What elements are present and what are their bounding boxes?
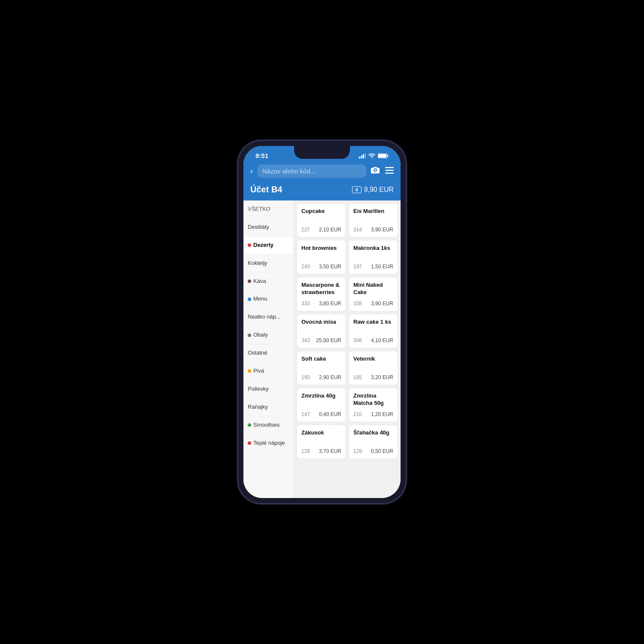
search-input[interactable]: Názov alebo kód... bbox=[257, 164, 366, 178]
svg-rect-8 bbox=[385, 170, 394, 171]
sidebar-item-11[interactable]: Raňajky bbox=[243, 398, 294, 416]
sidebar-item-5[interactable]: Menu bbox=[243, 290, 294, 308]
sidebar-item-label: Ostatné bbox=[248, 349, 267, 357]
svg-rect-1 bbox=[361, 155, 362, 158]
product-card-4[interactable]: Mascarpone & strawberries3333,80 EUR bbox=[297, 277, 346, 311]
product-price: 3,20 EUR bbox=[371, 374, 393, 380]
category-sidebar: VŠETKODestilátyDezertyKokteljyKávaMenuNe… bbox=[243, 200, 294, 498]
sidebar-item-label: Dezerty bbox=[253, 242, 273, 249]
price-display: 4 9,90 EUR bbox=[352, 186, 394, 194]
product-price: 0,40 EUR bbox=[319, 411, 341, 417]
svg-rect-2 bbox=[363, 154, 364, 158]
svg-rect-9 bbox=[385, 173, 394, 174]
product-price: 25,00 EUR bbox=[316, 337, 341, 343]
product-name: Ovocná misa bbox=[301, 319, 341, 326]
sidebar-item-0[interactable]: VŠETKO bbox=[243, 200, 294, 219]
camera-svg bbox=[371, 166, 380, 174]
product-code: 314 bbox=[353, 227, 362, 233]
category-dot bbox=[248, 279, 251, 283]
product-name: Zákusok bbox=[301, 429, 341, 437]
svg-rect-5 bbox=[378, 154, 386, 158]
svg-rect-7 bbox=[385, 167, 394, 168]
product-name: Mini Naked Cake bbox=[353, 282, 393, 296]
sidebar-item-4[interactable]: Káva bbox=[243, 273, 294, 291]
account-title: Účet B4 bbox=[250, 185, 282, 194]
product-name: Mascarpone & strawberries bbox=[301, 282, 341, 296]
product-name: Hot brownies bbox=[301, 245, 341, 252]
sidebar-item-label: Menu bbox=[253, 295, 267, 303]
product-name: Soft cake bbox=[301, 355, 341, 363]
sidebar-item-9[interactable]: Pivá bbox=[243, 362, 294, 380]
total-price: 9,90 EUR bbox=[364, 186, 394, 194]
product-card-7[interactable]: Raw cake 1 ks3064,10 EUR bbox=[349, 314, 398, 348]
product-price: 1,50 EUR bbox=[371, 264, 393, 270]
product-price: 3,70 EUR bbox=[319, 448, 341, 454]
product-code: 147 bbox=[301, 411, 310, 417]
product-name: Šľahačka 40g bbox=[353, 429, 393, 437]
category-dot bbox=[248, 369, 251, 373]
phone-screen: 9:51 bbox=[243, 146, 401, 498]
product-name: Raw cake 1 ks bbox=[353, 319, 393, 326]
product-code: 128 bbox=[301, 448, 310, 454]
sidebar-item-label: Teplé nápoje bbox=[253, 440, 285, 447]
phone-notch bbox=[294, 146, 350, 159]
status-time: 9:51 bbox=[255, 152, 268, 159]
sidebar-item-label: Kokteljy bbox=[248, 260, 267, 267]
svg-rect-0 bbox=[359, 157, 360, 158]
back-button[interactable]: ‹ bbox=[250, 167, 253, 176]
product-price: 2,10 EUR bbox=[319, 227, 341, 233]
product-code: 185 bbox=[353, 374, 362, 380]
sidebar-item-label: Nealko náp... bbox=[248, 313, 281, 321]
product-price: 3,80 EUR bbox=[319, 301, 341, 307]
product-price: 3,90 EUR bbox=[371, 301, 393, 307]
sidebar-item-8[interactable]: Ostatné bbox=[243, 344, 294, 362]
category-dot bbox=[248, 441, 251, 445]
camera-icon[interactable] bbox=[371, 166, 380, 176]
product-code: 243 bbox=[301, 264, 310, 270]
category-dot bbox=[248, 243, 251, 247]
product-price: 3,90 EUR bbox=[371, 227, 393, 233]
wifi-icon bbox=[368, 153, 375, 158]
category-dot bbox=[248, 334, 251, 337]
signal-icon bbox=[359, 153, 366, 158]
product-card-9[interactable]: Veternik1853,20 EUR bbox=[349, 351, 398, 385]
product-price: 3,50 EUR bbox=[319, 264, 341, 270]
title-bar: Účet B4 4 9,90 EUR bbox=[243, 182, 401, 200]
sidebar-item-10[interactable]: Polievky bbox=[243, 380, 294, 398]
product-card-13[interactable]: Šľahačka 40g1290,50 EUR bbox=[349, 425, 398, 459]
sidebar-item-1[interactable]: Destiláty bbox=[243, 219, 294, 237]
product-code: 343 bbox=[301, 337, 310, 343]
sidebar-item-3[interactable]: Kokteljy bbox=[243, 255, 294, 273]
product-name: Veternik bbox=[353, 355, 393, 363]
sidebar-item-label: Obaly bbox=[253, 331, 268, 339]
product-card-8[interactable]: Soft cake1932,90 EUR bbox=[297, 351, 346, 385]
product-price: 1,20 EUR bbox=[371, 411, 393, 417]
product-card-2[interactable]: Hot brownies2433,50 EUR bbox=[297, 240, 346, 274]
sidebar-item-7[interactable]: Obaly bbox=[243, 326, 294, 344]
sidebar-item-6[interactable]: Nealko náp... bbox=[243, 308, 294, 326]
product-name: Eis Marillen bbox=[353, 208, 393, 215]
sidebar-item-label: Raňajky bbox=[248, 404, 268, 411]
product-code: 197 bbox=[353, 264, 362, 270]
sidebar-item-label: Destiláty bbox=[248, 224, 269, 231]
product-card-10[interactable]: Zmrzlina 40g1470,40 EUR bbox=[297, 388, 346, 422]
product-name: Makronka 1ks bbox=[353, 245, 393, 252]
product-card-5[interactable]: Mini Naked Cake3383,90 EUR bbox=[349, 277, 398, 311]
sidebar-item-label: VŠETKO bbox=[248, 206, 270, 213]
product-card-1[interactable]: Eis Marillen3143,90 EUR bbox=[349, 203, 398, 237]
sidebar-item-12[interactable]: Smoothies bbox=[243, 416, 294, 434]
product-name: Cupcake bbox=[301, 208, 341, 215]
product-card-12[interactable]: Zákusok1283,70 EUR bbox=[297, 425, 346, 459]
cart-count: 4 bbox=[352, 186, 361, 193]
product-card-3[interactable]: Makronka 1ks1971,50 EUR bbox=[349, 240, 398, 274]
sidebar-item-label: Polievky bbox=[248, 386, 268, 393]
product-card-6[interactable]: Ovocná misa34325,00 EUR bbox=[297, 314, 346, 348]
product-card-11[interactable]: Zmrzlina Matcha 50g2101,20 EUR bbox=[349, 388, 398, 422]
sidebar-item-label: Smoothies bbox=[253, 422, 279, 429]
product-price: 0,50 EUR bbox=[371, 448, 393, 454]
product-card-0[interactable]: Cupcake2272,10 EUR bbox=[297, 203, 346, 237]
sidebar-item-2[interactable]: Dezerty bbox=[243, 237, 294, 255]
list-icon[interactable] bbox=[385, 166, 394, 176]
sidebar-item-13[interactable]: Teplé nápoje bbox=[243, 434, 294, 453]
product-name: Zmrzlina 40g bbox=[301, 392, 341, 400]
